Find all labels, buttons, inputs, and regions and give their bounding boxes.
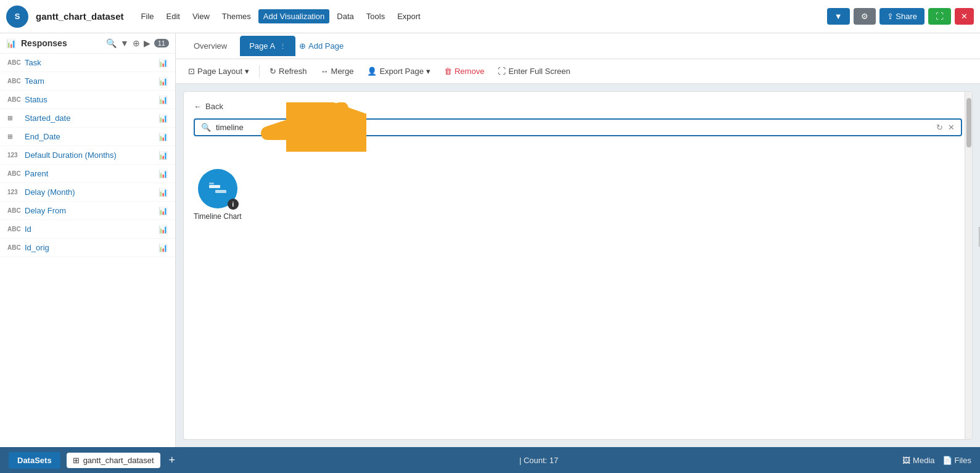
timeline-chart-label: Timeline Chart: [194, 212, 242, 221]
add-page-icon: ⊕: [299, 41, 306, 51]
timeline-chart-info-icon[interactable]: i: [228, 199, 239, 210]
filter-tool-icon[interactable]: ▼: [120, 38, 129, 48]
field-row-delay-(month)[interactable]: 123Delay (Month)📊: [0, 183, 175, 202]
merge-icon: ↔: [321, 67, 329, 76]
field-row-parent[interactable]: ABCParent📊: [0, 165, 175, 183]
field-type-badge: ABC: [7, 244, 25, 251]
field-name-label: Delay (Month): [25, 187, 159, 197]
top-menu-data[interactable]: Data: [332, 9, 358, 23]
add-tool-icon[interactable]: ⊕: [133, 38, 140, 48]
field-type-badge: ABC: [7, 207, 25, 214]
add-page-btn[interactable]: ⊕ Add Page: [299, 41, 344, 51]
viz-panel: ← Back 🔍 ↻ ✕: [183, 91, 973, 440]
export-page-icon: 👤: [367, 67, 377, 76]
export-page-label: Export Page: [379, 67, 424, 76]
top-right-buttons: ▼ ⚙ ⇪ Share ⛶ ✕: [827, 8, 974, 25]
app-logo: S: [6, 6, 28, 28]
back-btn[interactable]: ← Back: [194, 102, 962, 111]
logo-text: S: [15, 12, 20, 21]
top-menu-file[interactable]: File: [136, 9, 159, 23]
search-tool-icon[interactable]: 🔍: [106, 38, 117, 48]
dataset-tab[interactable]: ⊞ gantt_chart_dataset: [67, 453, 160, 468]
dataset-tab-label: gantt_chart_dataset: [83, 456, 154, 465]
top-menus: FileEditViewThemesAdd VisualizationDataT…: [136, 9, 426, 23]
settings-btn[interactable]: ⚙: [854, 8, 876, 25]
field-row-task[interactable]: ABCTask📊: [0, 54, 175, 72]
field-chart-icon: 📊: [159, 59, 168, 67]
field-name-label: Id: [25, 224, 159, 234]
remove-btn[interactable]: 🗑 Remove: [440, 65, 488, 78]
search-input[interactable]: [216, 123, 936, 132]
fullscreen-icon: ⛶: [498, 67, 506, 76]
page-layout-btn[interactable]: ⊡ Page Layout ▾: [184, 65, 253, 78]
field-type-badge: ABC: [7, 59, 25, 66]
top-menu-edit[interactable]: Edit: [162, 9, 185, 23]
add-dataset-btn[interactable]: +: [169, 454, 176, 467]
field-row-delay-from[interactable]: ABCDelay From📊: [0, 202, 175, 220]
field-type-badge: ABC: [7, 170, 25, 177]
main-layout: 📊 Responses 🔍 ▼ ⊕ ▶ 11 ABCTask📊ABCTeam📊A…: [0, 33, 980, 447]
search-refresh-icon[interactable]: ↻: [936, 123, 943, 132]
media-icon: 🖼: [902, 456, 910, 465]
bottom-right-tabs: 🖼 Media 📄 Files: [902, 456, 971, 465]
field-row-status[interactable]: ABCStatus📊: [0, 91, 175, 109]
viz-scrollbar[interactable]: [965, 92, 972, 439]
field-row-end_date[interactable]: ⊞End_Date📊: [0, 128, 175, 146]
top-menu-export[interactable]: Export: [392, 9, 426, 23]
content-area: Overview Page A ⋮ ⊕ Add Page ⊡ Page Layo…: [176, 33, 980, 447]
top-menu-themes[interactable]: Themes: [217, 9, 256, 23]
share-btn[interactable]: ⇪ Share: [879, 8, 924, 25]
field-chart-icon: 📊: [159, 114, 168, 123]
merge-btn[interactable]: ↔ Merge: [317, 65, 358, 78]
field-name-label: Team: [25, 76, 159, 86]
field-row-started_date[interactable]: ⊞Started_date📊: [0, 109, 175, 128]
field-type-badge: ⊞: [7, 115, 25, 121]
search-close-icon[interactable]: ✕: [948, 123, 955, 132]
chart-icon: 📊: [6, 39, 16, 48]
search-bar: 🔍 ↻ ✕: [194, 118, 962, 136]
back-arrow-icon: ←: [194, 102, 202, 111]
top-menu-tools[interactable]: Tools: [361, 9, 390, 23]
media-tab[interactable]: 🖼 Media: [902, 456, 934, 465]
fullscreen-btn[interactable]: ⛶: [928, 8, 951, 25]
remove-icon: 🗑: [444, 67, 452, 76]
tab-overview[interactable]: Overview: [184, 36, 236, 56]
field-chart-icon: 📊: [159, 77, 168, 86]
refresh-icon: ↻: [270, 67, 276, 76]
files-tab[interactable]: 📄 Files: [942, 456, 971, 465]
field-chart-icon: 📊: [159, 170, 168, 178]
svg-rect-3: [209, 183, 214, 184]
tabs-row: Overview Page A ⋮ ⊕ Add Page: [176, 33, 980, 59]
field-name-label: Default Duration (Months): [25, 150, 159, 160]
merge-label: Merge: [331, 67, 354, 76]
tab-page-a[interactable]: Page A ⋮: [240, 36, 295, 56]
top-menu-view[interactable]: View: [187, 9, 215, 23]
top-menu-add-visualization[interactable]: Add Visualization: [258, 9, 330, 23]
field-row-default-duration-(months)[interactable]: 123Default Duration (Months)📊: [0, 146, 175, 165]
add-page-label: Add Page: [308, 41, 344, 51]
svg-rect-2: [215, 190, 226, 193]
export-page-btn[interactable]: 👤 Export Page ▾: [363, 65, 434, 78]
chart-items: i Timeline Chart: [194, 163, 962, 227]
filter-btn[interactable]: ▼: [827, 8, 850, 25]
datasets-btn[interactable]: DataSets: [9, 452, 60, 469]
sidebar-header: 📊 Responses 🔍 ▼ ⊕ ▶ 11: [0, 33, 175, 54]
play-tool-icon[interactable]: ▶: [144, 38, 150, 48]
field-name-label: End_Date: [25, 132, 159, 141]
fields-badge: 11: [154, 39, 169, 47]
dataset-tab-icon: ⊞: [73, 456, 80, 465]
refresh-btn[interactable]: ↻ Refresh: [266, 65, 311, 78]
fullscreen-btn[interactable]: ⛶ Enter Full Screen: [494, 65, 574, 78]
field-type-badge: ABC: [7, 96, 25, 103]
status-bar: DataSets ⊞ gantt_chart_dataset + | Count…: [0, 447, 980, 473]
timeline-chart-item[interactable]: i Timeline Chart: [194, 169, 242, 221]
field-row-id[interactable]: ABCId📊: [0, 220, 175, 239]
search-bar-icon: 🔍: [201, 123, 211, 132]
remove-label: Remove: [455, 67, 484, 76]
field-row-id_orig[interactable]: ABCId_orig📊: [0, 239, 175, 257]
viz-panel-inner: ← Back 🔍 ↻ ✕: [184, 92, 972, 439]
field-row-team[interactable]: ABCTeam📊: [0, 72, 175, 91]
close-btn[interactable]: ✕: [955, 8, 974, 25]
sidebar-title: Responses: [21, 38, 67, 48]
viz-scrollbar-thumb[interactable]: [966, 98, 971, 147]
